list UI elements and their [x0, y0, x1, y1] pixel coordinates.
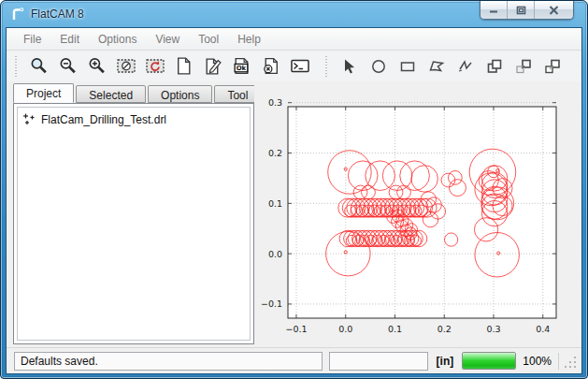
svg-text:0.1: 0.1 [268, 198, 282, 209]
svg-text:0.2: 0.2 [437, 324, 452, 334]
rectangle-tool-icon [398, 57, 417, 76]
maximize-icon [516, 6, 526, 15]
units-label: [in] [435, 355, 456, 368]
statusbar-separator [558, 353, 559, 370]
svg-text:Ok: Ok [237, 65, 247, 72]
svg-text:0.3: 0.3 [268, 97, 282, 108]
replot-button[interactable] [141, 53, 168, 80]
menu-file[interactable]: File [14, 30, 50, 49]
tab-bar: Project Selected Options Tool [13, 83, 254, 103]
union-tool-icon [485, 57, 504, 76]
select-cursor-icon [340, 57, 359, 76]
main-content: Project Selected Options Tool [7, 81, 581, 347]
move-objects-button[interactable] [538, 53, 566, 80]
svg-text:−0.1: −0.1 [285, 324, 307, 334]
shell-button[interactable] [286, 53, 313, 80]
close-icon [549, 6, 559, 15]
svg-text:0.4: 0.4 [536, 324, 550, 334]
clear-plot-button[interactable] [112, 53, 139, 80]
zoom-in-button[interactable] [83, 53, 110, 80]
cancel-edit-button[interactable] [257, 53, 284, 80]
progress-bar [462, 352, 516, 370]
window-title: FlatCAM 8 [31, 7, 84, 21]
drill-file-icon [22, 112, 36, 126]
minimize-icon [489, 6, 498, 14]
tree-item-label: FlatCam_Drilling_Test.drl [41, 113, 166, 126]
status-message: Defaults saved. [14, 352, 323, 371]
copy-objects-button[interactable] [509, 53, 537, 80]
svg-text:0.0: 0.0 [338, 324, 352, 334]
polygon-tool-button[interactable] [423, 53, 450, 80]
path-tool-icon [456, 57, 475, 76]
zoom-out-icon [58, 56, 78, 76]
close-button[interactable] [535, 1, 573, 19]
polygon-tool-icon [427, 57, 446, 76]
statusbar: Defaults saved. [in] 100% [7, 347, 581, 373]
new-document-icon [174, 56, 194, 76]
window-controls [480, 1, 574, 20]
shell-icon [290, 56, 310, 76]
tab-project[interactable]: Project [13, 83, 74, 103]
plot-area[interactable]: −0.10.00.10.20.30.4−0.10.00.10.20.3 [254, 83, 578, 344]
svg-text:0.2: 0.2 [268, 148, 282, 158]
tab-selected[interactable]: Selected [76, 85, 146, 103]
status-field-2 [329, 352, 428, 371]
circle-tool-icon [369, 57, 388, 76]
move-objects-icon [543, 57, 562, 76]
flatcam-logo-icon [9, 6, 26, 22]
circle-tool-button[interactable] [365, 53, 392, 80]
edit-document-icon [203, 56, 222, 76]
tab-options[interactable]: Options [148, 85, 212, 103]
copy-objects-icon [514, 57, 533, 76]
titlebar[interactable]: FlatCAM 8 [1, 1, 587, 27]
svg-text:0.1: 0.1 [388, 324, 402, 334]
maximize-button[interactable] [508, 1, 535, 19]
progress-percent: 100% [523, 355, 552, 368]
edit-ok-icon: Ok [232, 56, 251, 76]
toolbar-grip[interactable] [14, 56, 18, 77]
drill-plot[interactable]: −0.10.00.10.20.30.4−0.10.00.10.20.3 [254, 83, 587, 343]
new-document-button[interactable] [170, 53, 197, 80]
svg-text:0.0: 0.0 [268, 249, 282, 259]
cancel-edit-icon [261, 56, 280, 76]
zoom-out-button[interactable] [54, 53, 81, 80]
toolbar: Ok [7, 51, 581, 81]
menu-tool[interactable]: Tool [189, 30, 228, 49]
clear-plot-icon [116, 56, 136, 76]
menu-edit[interactable]: Edit [50, 30, 89, 49]
toolbar-grip-2[interactable] [324, 56, 328, 77]
menubar: File Edit Options View Tool Help [7, 28, 581, 51]
minimize-button[interactable] [480, 1, 508, 19]
tree-item-drill-file[interactable]: FlatCam_Drilling_Test.drl [20, 111, 248, 127]
replot-icon [145, 56, 165, 76]
resize-grip[interactable] [566, 353, 578, 370]
zoom-in-icon [87, 56, 107, 76]
path-tool-button[interactable] [452, 53, 479, 80]
edit-document-button[interactable] [199, 53, 226, 80]
menu-help[interactable]: Help [228, 30, 270, 49]
update-edit-ok-button[interactable]: Ok [228, 53, 255, 80]
app-window: FlatCAM 8 File Edit Options View Tool He… [0, 0, 588, 379]
svg-text:0.3: 0.3 [486, 324, 500, 334]
project-tree[interactable]: FlatCam_Drilling_Test.drl [13, 103, 254, 344]
zoom-fit-icon [29, 56, 49, 76]
zoom-fit-button[interactable] [25, 53, 52, 80]
select-tool-button[interactable] [336, 53, 363, 80]
progress-fill [463, 353, 515, 369]
rectangle-tool-button[interactable] [394, 53, 421, 80]
svg-text:−0.1: −0.1 [261, 299, 282, 309]
menu-view[interactable]: View [146, 30, 189, 49]
menu-options[interactable]: Options [89, 30, 146, 49]
union-tool-button[interactable] [480, 53, 508, 80]
